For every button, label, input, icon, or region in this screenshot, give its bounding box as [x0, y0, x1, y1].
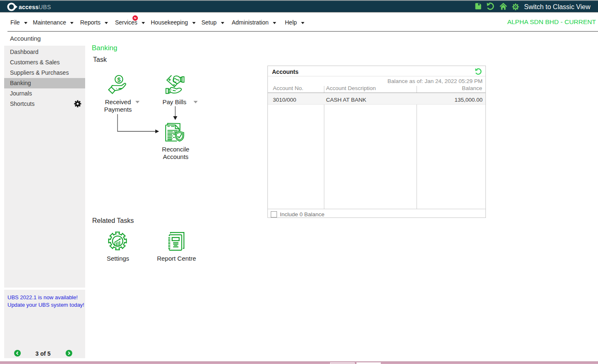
svg-text:$: $: [117, 76, 121, 83]
